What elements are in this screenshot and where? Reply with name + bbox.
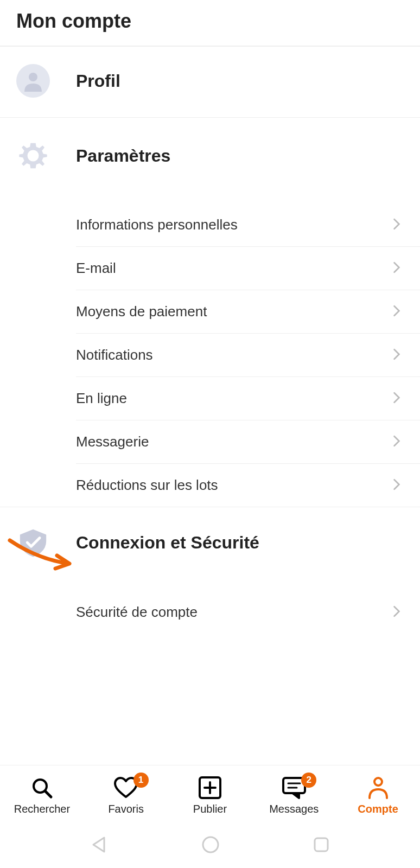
- badge: 1: [133, 773, 149, 788]
- profile-title: Profil: [76, 71, 120, 91]
- nav-item-account[interactable]: Compte: [336, 776, 420, 815]
- settings-item-online[interactable]: En ligne: [76, 377, 420, 420]
- nav-label: Compte: [358, 803, 398, 815]
- nav-label: Rechercher: [14, 803, 70, 815]
- nav-item-search[interactable]: Rechercher: [0, 776, 84, 815]
- list-item-label: Réductions sur les lots: [76, 477, 218, 494]
- system-back-icon[interactable]: [90, 835, 109, 856]
- settings-item-bundle-discounts[interactable]: Réductions sur les lots: [76, 464, 420, 507]
- settings-item-notifications[interactable]: Notifications: [76, 334, 420, 377]
- chevron-right-icon: [393, 435, 400, 449]
- list-item-label: Informations personnelles: [76, 216, 238, 233]
- system-home-icon[interactable]: [201, 835, 220, 856]
- svg-point-1: [28, 150, 39, 162]
- nav-item-publish[interactable]: Publier: [168, 776, 252, 815]
- svg-point-10: [374, 778, 382, 786]
- list-item-label: En ligne: [76, 390, 127, 407]
- header: Mon compte: [0, 0, 420, 47]
- chevron-right-icon: [393, 305, 400, 319]
- list-item-label: Sécurité de compte: [76, 604, 198, 621]
- avatar-icon: [16, 64, 50, 98]
- nav-label: Favoris: [108, 803, 144, 815]
- settings-item-personal-info[interactable]: Informations personnelles: [76, 203, 420, 247]
- bottom-nav: Rechercher 1 Favoris Publier 2: [0, 765, 420, 824]
- svg-line-3: [45, 791, 51, 797]
- svg-point-0: [29, 73, 37, 81]
- settings-header: Paramètres: [0, 118, 420, 171]
- page-title: Mon compte: [16, 10, 404, 33]
- list-item-label: Messagerie: [76, 433, 149, 450]
- chevron-right-icon: [393, 218, 400, 232]
- list-item-label: E-mail: [76, 260, 116, 277]
- person-icon: [367, 776, 390, 800]
- security-list: Sécurité de compte: [0, 591, 420, 634]
- shield-icon: [16, 527, 50, 558]
- nav-label: Publier: [193, 803, 227, 815]
- search-icon: [30, 776, 53, 800]
- settings-list: Informations personnelles E-mail Moyens …: [0, 203, 420, 507]
- chevron-right-icon: [393, 605, 400, 620]
- nav-item-messages[interactable]: 2 Messages: [252, 776, 336, 815]
- list-item-label: Notifications: [76, 347, 153, 363]
- settings-item-email[interactable]: E-mail: [76, 247, 420, 290]
- security-section: Connexion et Sécurité Sécurité de compte: [0, 507, 420, 639]
- chevron-right-icon: [393, 261, 400, 276]
- chevron-right-icon: [393, 392, 400, 406]
- plus-box-icon: [198, 776, 222, 800]
- system-recent-icon[interactable]: [313, 836, 330, 856]
- settings-item-messaging[interactable]: Messagerie: [76, 420, 420, 464]
- svg-point-11: [203, 837, 218, 852]
- nav-item-favorites[interactable]: 1 Favoris: [84, 776, 168, 815]
- svg-rect-12: [315, 838, 328, 851]
- security-header: Connexion et Sécurité: [0, 507, 420, 558]
- profile-section[interactable]: Profil: [0, 47, 420, 118]
- gear-icon: [16, 141, 50, 171]
- chevron-right-icon: [393, 478, 400, 493]
- list-item-label: Moyens de paiement: [76, 303, 207, 320]
- settings-title: Paramètres: [76, 146, 170, 166]
- security-item-account-security[interactable]: Sécurité de compte: [76, 591, 420, 634]
- settings-section: Paramètres Informations personnelles E-m…: [0, 118, 420, 507]
- nav-label: Messages: [269, 803, 319, 815]
- badge: 2: [301, 773, 316, 788]
- settings-item-payment[interactable]: Moyens de paiement: [76, 290, 420, 334]
- security-title: Connexion et Sécurité: [76, 533, 259, 553]
- system-nav: [0, 824, 420, 868]
- chevron-right-icon: [393, 348, 400, 362]
